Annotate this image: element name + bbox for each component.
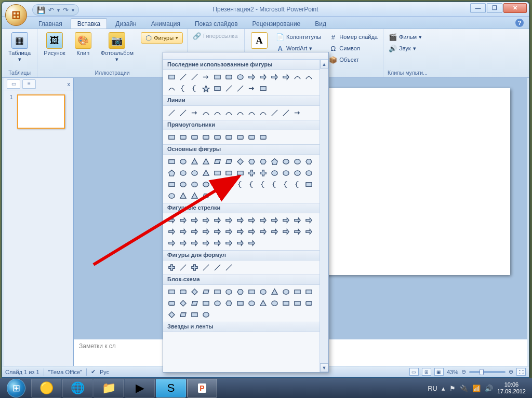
shape-item[interactable] xyxy=(292,179,303,190)
shapes-scrollbar[interactable]: ▲ ▼ xyxy=(320,60,328,372)
object-button[interactable]: 📦Объект xyxy=(328,55,379,64)
slide-thumbnail[interactable]: 1 xyxy=(10,94,67,131)
language-status[interactable]: Рус xyxy=(100,369,109,375)
shape-item[interactable] xyxy=(246,156,257,167)
tray-clock[interactable]: 10:06 17.09.2012 xyxy=(497,381,526,395)
shape-item[interactable] xyxy=(223,286,234,297)
shape-item[interactable] xyxy=(235,72,246,83)
shape-item[interactable] xyxy=(201,262,211,273)
shape-item[interactable] xyxy=(178,238,189,249)
photoalbum-button[interactable]: 📷Фотоальбом▾ xyxy=(99,31,136,64)
shape-item[interactable] xyxy=(223,262,234,273)
shape-item[interactable] xyxy=(166,107,177,118)
textbox-button[interactable]: A xyxy=(249,31,270,50)
shape-item[interactable] xyxy=(246,168,257,179)
shape-item[interactable] xyxy=(166,156,177,167)
shape-item[interactable] xyxy=(246,215,257,226)
shape-item[interactable] xyxy=(201,168,211,179)
shape-item[interactable] xyxy=(201,215,211,226)
shape-item[interactable] xyxy=(189,286,200,297)
shape-item[interactable] xyxy=(212,156,223,167)
shape-item[interactable] xyxy=(269,107,280,118)
shape-item[interactable] xyxy=(303,286,314,297)
shape-item[interactable] xyxy=(189,262,200,273)
shape-item[interactable] xyxy=(269,215,280,226)
shape-item[interactable] xyxy=(258,132,269,143)
taskbar-mediaplayer[interactable]: ▶ xyxy=(125,379,155,397)
shape-item[interactable] xyxy=(212,83,223,94)
shape-item[interactable] xyxy=(178,309,189,320)
shape-item[interactable] xyxy=(303,215,314,226)
shape-item[interactable] xyxy=(201,298,211,309)
shape-item[interactable] xyxy=(212,286,223,297)
tray-volume-icon[interactable]: 🔊 xyxy=(485,385,493,392)
shape-item[interactable] xyxy=(258,298,269,309)
shape-item[interactable] xyxy=(189,107,200,118)
shape-item[interactable] xyxy=(281,179,291,190)
shape-item[interactable] xyxy=(166,215,177,226)
shape-item[interactable] xyxy=(178,72,189,83)
shape-item[interactable] xyxy=(246,179,257,190)
scroll-down-icon[interactable]: ▼ xyxy=(320,363,328,372)
shape-item[interactable] xyxy=(281,156,291,167)
tab-review[interactable]: Рецензирование xyxy=(246,19,307,29)
tray-network-icon[interactable]: 📶 xyxy=(472,385,481,392)
shape-item[interactable] xyxy=(189,215,200,226)
shape-item[interactable] xyxy=(201,83,211,94)
shape-item[interactable] xyxy=(223,179,234,190)
shape-item[interactable] xyxy=(189,309,200,320)
shape-item[interactable] xyxy=(166,286,177,297)
shape-item[interactable] xyxy=(189,83,200,94)
shape-item[interactable] xyxy=(189,238,200,249)
hyperlink-button[interactable]: 🔗Гиперссылка xyxy=(192,31,238,40)
tab-view[interactable]: Вид xyxy=(309,19,332,29)
shape-item[interactable] xyxy=(178,190,189,201)
shape-item[interactable] xyxy=(212,262,223,273)
scroll-up-icon[interactable]: ▲ xyxy=(320,60,328,68)
shape-item[interactable] xyxy=(258,286,269,297)
shape-item[interactable] xyxy=(269,179,280,190)
shape-item[interactable] xyxy=(281,72,291,83)
shape-item[interactable] xyxy=(281,168,291,179)
qat-undo-more-icon[interactable]: ▾ xyxy=(57,7,60,13)
shape-item[interactable] xyxy=(235,168,246,179)
shape-item[interactable] xyxy=(223,107,234,118)
shape-item[interactable] xyxy=(303,226,314,237)
shape-item[interactable] xyxy=(235,238,246,249)
shape-item[interactable] xyxy=(166,238,177,249)
shape-item[interactable] xyxy=(292,226,303,237)
shape-item[interactable] xyxy=(258,226,269,237)
zoom-out-button[interactable]: ⊖ xyxy=(461,368,466,375)
shape-item[interactable] xyxy=(166,298,177,309)
shape-item[interactable] xyxy=(223,132,234,143)
shape-item[interactable] xyxy=(212,179,223,190)
office-button[interactable] xyxy=(5,4,27,26)
shape-item[interactable] xyxy=(201,132,211,143)
shape-item[interactable] xyxy=(246,132,257,143)
shape-item[interactable] xyxy=(201,190,211,201)
tray-power-icon[interactable]: 🔌 xyxy=(460,385,468,392)
taskbar-chrome[interactable]: 🟡 xyxy=(31,379,61,397)
shape-item[interactable] xyxy=(166,179,177,190)
shape-item[interactable] xyxy=(201,226,211,237)
shape-item[interactable] xyxy=(178,179,189,190)
tab-home[interactable]: Главная xyxy=(32,19,69,29)
shape-item[interactable] xyxy=(189,298,200,309)
shape-item[interactable] xyxy=(189,156,200,167)
shape-item[interactable] xyxy=(166,262,177,273)
shape-item[interactable] xyxy=(258,179,269,190)
shape-item[interactable] xyxy=(212,72,223,83)
clip-button[interactable]: 🎨Клип xyxy=(73,31,94,63)
shape-item[interactable] xyxy=(178,215,189,226)
close-button[interactable]: ✕ xyxy=(503,3,527,13)
shape-item[interactable] xyxy=(235,132,246,143)
shape-item[interactable] xyxy=(212,298,223,309)
spellcheck-icon[interactable]: ✔ xyxy=(91,368,96,375)
start-button[interactable] xyxy=(2,379,30,397)
shape-item[interactable] xyxy=(201,309,211,320)
shape-item[interactable] xyxy=(292,298,303,309)
shape-item[interactable] xyxy=(166,309,177,320)
qat-redo-icon[interactable]: ↷ xyxy=(63,6,69,14)
shape-item[interactable] xyxy=(303,72,314,83)
shape-item[interactable] xyxy=(281,107,291,118)
